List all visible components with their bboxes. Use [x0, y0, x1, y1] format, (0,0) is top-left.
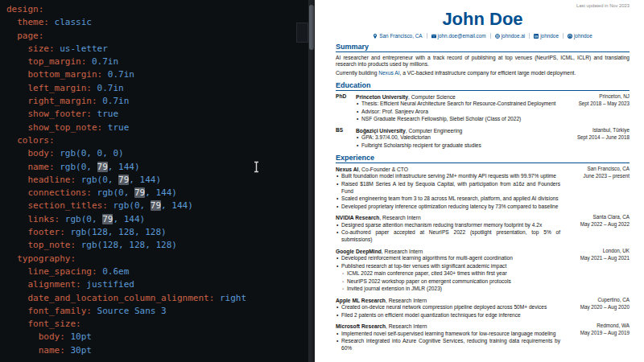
yaml-key: body: [6, 331, 65, 342]
code-line[interactable]: date_and_location_column_alignment: righ… [6, 292, 308, 305]
connection-location[interactable]: San Francisco, CA [369, 33, 426, 39]
code-line[interactable]: colors: [6, 134, 308, 147]
education-entry: PhD Princeton University, Computer Scien… [336, 93, 630, 124]
code-line[interactable]: line_spacing: 0.6em [6, 265, 308, 278]
experience-entry: Microsoft Research, Research Intern Impl… [336, 323, 630, 352]
yaml-key: top_margin: [6, 56, 86, 67]
yaml-key: show_top_note: [6, 122, 102, 133]
yaml-key: bottom_margin: [6, 69, 102, 80]
bullet: GPA: 3.97/4.00, Valedictorian [356, 134, 560, 142]
bullet: Built foundation model infrastructure se… [336, 173, 560, 180]
code-line[interactable]: headline: rgb(0, 79, 144) [6, 174, 308, 187]
yaml-value: rgb(128, 128, 128) [65, 227, 167, 237]
top-note: Last updated in Nov 2023 [336, 3, 630, 8]
section-experience: Experience Nexus AI, Co-Founder & CTO Bu… [336, 154, 630, 352]
date-location-column: Cupertino, CA May 2020 – Aug 2020 [565, 297, 630, 320]
code-line[interactable]: links: rgb(0, 79, 144) [6, 213, 308, 226]
search-highlight: 79 [97, 162, 108, 172]
yaml-key: theme: [6, 17, 49, 27]
code-line[interactable]: show_top_note: true [6, 121, 308, 134]
yaml-key: section_titles: [6, 200, 108, 211]
github-icon [568, 34, 572, 39]
yaml-value: rgb(0, [55, 162, 97, 172]
section-education: Education PhD Princeton University, Comp… [336, 81, 630, 150]
code-line[interactable]: bottom_margin: 0.7in [6, 68, 308, 81]
code-editor[interactable]: design: theme: classic page: size: us-le… [0, 0, 308, 362]
code-line[interactable]: right_margin: 0.7in [6, 95, 308, 108]
code-line[interactable]: name: rgb(0, 79, 144) [6, 161, 308, 174]
code-line[interactable]: name: 30pt [6, 344, 308, 357]
code-line[interactable]: left_margin: 0.7in [6, 82, 308, 95]
resume-page: Last updated in Nov 2023 John Doe San Fr… [315, 0, 644, 362]
nexus-ai-link[interactable]: Nexus AI [378, 70, 399, 76]
connection-github[interactable]: johndoe [563, 33, 597, 39]
institution-line: Boğaziçi University, Computer Engineerin… [356, 127, 560, 134]
editor-scrollbar[interactable] [308, 0, 315, 362]
search-highlight: 79 [102, 214, 113, 224]
ibeam-cursor [253, 161, 260, 176]
code-line[interactable]: connections: rgb(0, 79, 144) [6, 187, 308, 200]
section-summary: Summary AI researcher and entrepreneur w… [336, 43, 630, 77]
code-line[interactable]: top_note: rgb(128, 128, 128) [6, 239, 308, 252]
yaml-value: 0.7in [97, 96, 130, 106]
yaml-key: size: [6, 43, 55, 54]
yaml-value: rgb(0, [92, 187, 134, 198]
code-line[interactable]: body: rgb(0, 0, 0) [6, 147, 308, 160]
yaml-value: 0.7in [86, 56, 118, 67]
code-line[interactable]: footer: rgb(128, 128, 128) [6, 226, 308, 239]
connections-row: San Francisco, CA john.doe@email.com joh… [336, 33, 630, 39]
date-location-column: Istanbul, Türkiye Sept 2014 – June 2018 [565, 127, 630, 150]
yaml-key: body: [6, 148, 55, 158]
experience-entry: Nexus AI, Co-Founder & CTO Built foundat… [336, 166, 630, 211]
code-line[interactable]: page: [6, 30, 308, 43]
yaml-key: font_family: [6, 306, 92, 316]
code-line[interactable]: font_family: Source Sans 3 [6, 305, 308, 318]
connection-linkedin[interactable]: johndoe [529, 33, 563, 39]
yaml-value: rgb(0, 0, 0) [55, 148, 124, 158]
yaml-key: connections: [6, 187, 92, 198]
sub-bullet: Invited journal extension in JMLR (2023) [336, 286, 560, 293]
code-line[interactable]: body: 10pt [6, 331, 308, 343]
yaml-key: line_spacing: [6, 266, 97, 277]
yaml-value: 30pt [65, 345, 92, 356]
bullet: Designed sparse attention mechanism redu… [336, 222, 560, 229]
company-line: Nexus AI, Co-Founder & CTO [336, 166, 560, 173]
search-highlight: 79 [151, 200, 161, 211]
code-line[interactable]: section_titles: rgb(0, 79, 144) [6, 200, 308, 212]
yaml-key: footer: [6, 227, 65, 237]
company-line: Microsoft Research, Research Intern [336, 323, 560, 330]
code-line[interactable]: typography: [6, 253, 308, 265]
yaml-key: design: [6, 4, 43, 14]
yaml-value: justified [81, 279, 134, 290]
section-title: Experience [336, 154, 630, 163]
code-line[interactable]: size: us-letter [6, 43, 308, 56]
scrollbar-thumb[interactable] [309, 5, 314, 50]
yaml-key: page: [6, 31, 43, 41]
yaml-value: 0.7in [92, 83, 124, 93]
yaml-value: us-letter [55, 43, 108, 54]
connection-email[interactable]: john.doe@email.com [427, 33, 490, 39]
globe-icon [495, 34, 500, 39]
bullet: Fulbright Scholarship recipient for grad… [356, 142, 560, 150]
bullet: Filed 2 patents on efficient model quant… [336, 312, 560, 319]
yaml-value: 0.7in [102, 69, 134, 80]
code-line[interactable]: design: [6, 3, 308, 16]
section-title: Summary [336, 43, 630, 52]
code-line[interactable]: alignment: justified [6, 278, 308, 291]
company-line: NVIDIA Research, Research Intern [336, 214, 560, 221]
yaml-key: name: [6, 162, 55, 172]
yaml-key: alignment: [6, 279, 81, 290]
bullet: Scaled engineering team from 3 to 28 acr… [336, 195, 560, 203]
yaml-value: rgb(0, [60, 214, 102, 224]
code-line[interactable]: top_margin: 0.7in [6, 56, 308, 68]
yaml-key: top_note: [6, 240, 76, 250]
connection-website[interactable]: johndoe.ai [490, 33, 530, 39]
bullet: Co-authored paper accepted at NeurIPS 20… [336, 229, 560, 244]
code-line[interactable]: font_size: [6, 318, 308, 331]
sub-bullet: ICML 2022 main conference paper, cited 3… [336, 270, 560, 278]
bullet: Published research at top-tier venues wi… [336, 263, 560, 270]
code-line[interactable]: show_footer: true [6, 108, 308, 121]
yaml-key: left_margin: [6, 83, 92, 93]
bullet: Advisor: Prof. Sanjeev Arora [356, 109, 560, 116]
code-line[interactable]: theme: classic [6, 16, 308, 29]
